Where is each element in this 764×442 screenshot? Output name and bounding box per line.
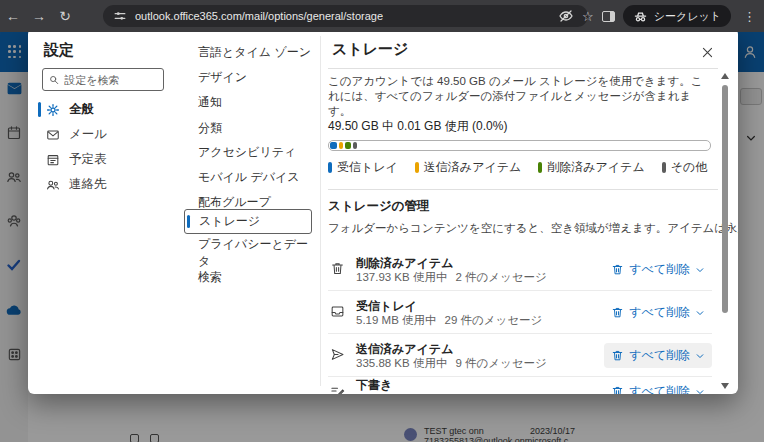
mail-icon: [46, 128, 60, 142]
usage-segment-sent: [339, 142, 343, 149]
category-label: 連絡先: [69, 176, 107, 193]
scroll-down-icon[interactable]: [721, 383, 729, 389]
section-label: アクセシビリティ: [198, 144, 296, 161]
legend-item-other: その他: [662, 159, 708, 176]
legend-item-deleted: 削除済みアイテム: [538, 159, 644, 176]
settings-title: 設定: [44, 41, 74, 60]
browser-forward-button[interactable]: →: [26, 8, 52, 24]
inbox-icon: [330, 304, 345, 319]
section-search[interactable]: 検索: [184, 266, 312, 288]
folder-usage: 137.93 KB 使用中2 件のメッセージ: [356, 270, 547, 285]
bookmark-star-icon[interactable]: ☆: [582, 9, 594, 24]
section-label: ストレージ: [199, 213, 260, 230]
section-storage[interactable]: ストレージ: [184, 209, 312, 234]
browser-toolbar: ← → ↻ outlook.office365.com/mail/options…: [0, 0, 764, 32]
delete-all-label: すべて削除: [629, 347, 690, 364]
delete-all-button[interactable]: すべて削除: [604, 379, 712, 394]
site-info-icon[interactable]: [113, 9, 127, 23]
divider: [328, 68, 718, 69]
section-label: 通知: [198, 94, 222, 111]
delete-all-label: すべて削除: [629, 261, 690, 278]
browser-actions: ☆ シークレット ⋮: [558, 0, 760, 32]
settings-category-general[interactable]: 全般: [32, 98, 182, 121]
chevron-down-icon: [695, 351, 705, 361]
panel-scrollbar[interactable]: [721, 71, 729, 391]
trash-icon: [611, 349, 624, 362]
close-icon[interactable]: [698, 43, 716, 61]
usage-segment-other: [353, 142, 357, 149]
screenshot-root: ← → ↻ outlook.office365.com/mail/options…: [0, 0, 764, 442]
trash-icon: [611, 306, 624, 319]
storage-usage-summary: 49.50 GB 中 0.01 GB 使用 (0.0%): [328, 118, 507, 135]
folder-list: 削除済みアイテム 137.93 KB 使用中2 件のメッセージ すべて削除 受信…: [328, 248, 712, 394]
storage-description: このアカウントでは 49.50 GB のメール ストレージを使用できます。これに…: [328, 74, 710, 119]
settings-search-box[interactable]: [42, 68, 164, 91]
folder-row-inbox: 受信トレイ 5.19 MB 使用中29 件のメッセージ すべて削除: [328, 291, 712, 334]
chevron-down-icon: [695, 265, 705, 275]
storage-usage-bar: [328, 140, 711, 151]
usage-segment-deleted: [345, 142, 351, 149]
folder-row-drafts: 下書き すべて削除: [328, 377, 712, 394]
section-label: モバイル デバイス: [198, 169, 300, 186]
browser-menu-icon[interactable]: ⋮: [739, 9, 760, 24]
side-panel-icon[interactable]: [602, 11, 615, 22]
delete-all-label: すべて削除: [629, 304, 690, 321]
category-label: 全般: [69, 101, 94, 118]
delete-all-button[interactable]: すべて削除: [604, 257, 712, 282]
legend-item-inbox: 受信トレイ: [328, 159, 398, 176]
gear-icon: [46, 103, 60, 117]
browser-back-button[interactable]: ←: [0, 8, 26, 24]
section-categories[interactable]: 分類: [184, 117, 312, 139]
storage-management-description: フォルダーからコンテンツを空にすると、空き領域が増えます。アイテムは永久に削除さ…: [328, 221, 738, 236]
scroll-up-icon[interactable]: [721, 73, 729, 79]
draft-icon: [330, 383, 345, 394]
delete-all-label: すべて削除: [629, 383, 690, 394]
section-mobile-devices[interactable]: モバイル デバイス: [184, 166, 312, 188]
incognito-badge: シークレット: [623, 5, 731, 27]
settings-category-mail[interactable]: メール: [32, 123, 182, 146]
delete-all-button[interactable]: すべて削除: [604, 300, 712, 325]
folder-row-deleted-items: 削除済みアイテム 137.93 KB 使用中2 件のメッセージ すべて削除: [328, 248, 712, 291]
settings-category-contacts[interactable]: 連絡先: [32, 173, 182, 196]
incognito-icon: [633, 9, 648, 24]
section-language-time[interactable]: 言語とタイム ゾーン: [184, 41, 312, 63]
chevron-down-icon: [695, 387, 705, 395]
people-icon: [46, 178, 60, 192]
section-label: 検索: [198, 269, 222, 286]
search-icon: [49, 74, 59, 86]
section-appearance[interactable]: デザイン: [184, 66, 312, 88]
storage-management-title: ストレージの管理: [328, 198, 429, 215]
legend-item-sent: 送信済みアイテム: [415, 159, 521, 176]
section-label: デザイン: [198, 69, 247, 86]
settings-category-calendar[interactable]: 予定表: [32, 148, 182, 171]
storage-panel-title: ストレージ: [332, 40, 408, 59]
section-accessibility[interactable]: アクセシビリティ: [184, 141, 312, 163]
legend-label: 送信済みアイテム: [424, 159, 521, 176]
tracking-prevention-icon[interactable]: [558, 8, 574, 24]
category-label: 予定表: [69, 151, 107, 168]
legend-label: 削除済みアイテム: [547, 159, 644, 176]
calendar-icon: [46, 153, 60, 167]
delete-all-button[interactable]: すべて削除: [604, 343, 712, 368]
storage-panel: ストレージ このアカウントでは 49.50 GB のメール ストレージを使用でき…: [320, 28, 738, 394]
incognito-label: シークレット: [654, 9, 721, 24]
storage-legend: 受信トレイ 送信済みアイテム 削除済みアイテム その他: [328, 159, 724, 176]
address-bar[interactable]: outlook.office365.com/mail/options/gener…: [103, 5, 588, 27]
section-notifications[interactable]: 通知: [184, 91, 312, 113]
trash-icon: [611, 263, 624, 276]
browser-reload-button[interactable]: ↻: [52, 8, 78, 24]
trash-icon: [611, 385, 624, 394]
section-label: 分類: [198, 120, 222, 137]
settings-search-input[interactable]: [64, 74, 157, 86]
legend-label: 受信トレイ: [337, 159, 398, 176]
usage-segment-inbox: [330, 142, 337, 149]
legend-label: その他: [671, 159, 708, 176]
settings-dialog: 設定 全般 メール 予定表 連絡先 言語とタイム ゾーン デザイン 通知: [28, 28, 738, 394]
url-text: outlook.office365.com/mail/options/gener…: [135, 10, 383, 22]
chevron-down-icon: [695, 308, 705, 318]
scrollbar-thumb[interactable]: [722, 85, 728, 313]
folder-row-sent-items: 送信済みアイテム 335.88 KB 使用中9 件のメッセージ すべて削除: [328, 334, 712, 377]
category-label: メール: [69, 126, 107, 143]
folder-usage: 335.88 KB 使用中9 件のメッセージ: [356, 356, 547, 371]
section-privacy-data[interactable]: プライバシーとデータ: [184, 242, 312, 264]
